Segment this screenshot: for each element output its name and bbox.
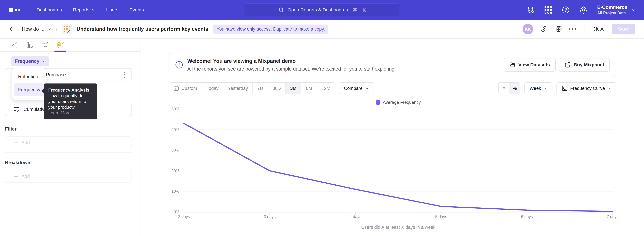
retention-report-icon: [62, 24, 72, 35]
flows-icon: [41, 41, 49, 49]
range-button[interactable]: 12M: [317, 83, 335, 94]
nav-item-events[interactable]: Events: [130, 7, 144, 13]
chart-type-dropdown[interactable]: Frequency Curve: [556, 82, 616, 94]
view-only-badge[interactable]: You have view only access. Duplicate to …: [213, 25, 328, 34]
range-button[interactable]: 7D: [253, 83, 268, 94]
menu-item-retention[interactable]: Retention: [14, 70, 44, 83]
report-header: How do I... / Understand how frequently …: [0, 20, 644, 39]
range-button[interactable]: Custom: [169, 83, 202, 94]
measurement-dropdown[interactable]: Frequency: [11, 56, 49, 66]
x-tick-label: 2 days: [178, 214, 190, 219]
data-management-icon[interactable]: [527, 6, 535, 14]
event-options-icon[interactable]: [124, 72, 125, 78]
help-icon[interactable]: [562, 6, 570, 14]
menu-item-frequency[interactable]: Frequency: [14, 83, 44, 96]
x-tick-label: 7 days: [607, 214, 619, 219]
range-button[interactable]: 30D: [268, 83, 286, 94]
measurement-menu: Retention Frequency: [12, 68, 46, 100]
range-button[interactable]: 3M: [286, 83, 301, 94]
y-tick-label: 20%: [172, 168, 180, 173]
chart-caption: Users did A at least X days in a week: [184, 225, 613, 230]
x-axis-labels: 2 days3 days4 days5 days6 days7 days: [184, 214, 613, 219]
x-tick-label: 6 days: [521, 214, 533, 219]
apps-grid-icon[interactable]: [544, 6, 552, 14]
frequency-line: [184, 123, 613, 211]
nav-item-dashboards[interactable]: Dashboards: [36, 7, 62, 13]
chevron-down-icon: [48, 27, 52, 31]
settings-gear-icon[interactable]: [580, 6, 588, 14]
filter-add-button[interactable]: Add: [5, 136, 132, 149]
interval-dropdown[interactable]: Week: [524, 82, 552, 94]
duplicate-icon[interactable]: [554, 25, 562, 33]
y-tick-label: 30%: [172, 148, 180, 152]
list-check-icon: [13, 106, 20, 113]
chart-toolbar: Custom Today Yesterday 7D 30D 3M 6M 12M …: [168, 82, 616, 94]
value-mode-group: # %: [498, 82, 520, 94]
save-button[interactable]: Save: [612, 24, 635, 35]
banner-title: Welcome! You are viewing a Mixpanel demo: [187, 58, 396, 64]
close-button[interactable]: Close: [592, 26, 604, 32]
top-navbar: Dashboards Reports Users Events Open Rep…: [0, 0, 644, 20]
frequency-curve-chart[interactable]: [184, 109, 613, 212]
buy-mixpanel-button[interactable]: Buy Mixpanel: [559, 58, 610, 72]
frequency-tooltip: Frequency Analysis How frequently do you…: [44, 84, 97, 119]
search-icon: [278, 7, 284, 13]
tab-retention[interactable]: [52, 39, 68, 51]
tab-flows[interactable]: [37, 39, 52, 51]
info-icon: [175, 61, 183, 69]
compare-button[interactable]: Compare: [339, 82, 374, 94]
chevron-down-icon: [365, 87, 369, 90]
plus-icon: [14, 140, 18, 145]
banner-subtitle: All the reports you see are powered by a…: [187, 66, 396, 72]
global-search-input[interactable]: Open Reports & Dashboards ⌘ + K: [245, 4, 399, 16]
query-builder-sidebar: Frequency Purchase Cumulative Frequency …: [0, 39, 141, 236]
breadcrumb[interactable]: How do I...: [22, 26, 52, 32]
page-title: Understand how frequently users perform …: [76, 26, 208, 32]
project-switcher[interactable]: E-Commerce All Project Data: [597, 5, 635, 15]
project-scope: All Project Data: [597, 11, 627, 15]
y-tick-label: 50%: [172, 107, 180, 111]
breakdown-add-button[interactable]: Add: [5, 170, 132, 183]
plus-icon: [14, 174, 18, 179]
avatar[interactable]: KK: [523, 24, 533, 34]
x-tick-label: 5 days: [435, 214, 447, 219]
more-options-icon[interactable]: [569, 28, 576, 30]
x-tick-label: 3 days: [264, 214, 276, 219]
range-button[interactable]: Today: [202, 83, 224, 94]
legend-swatch: [376, 100, 380, 105]
y-axis-labels: 0%10%20%30%40%50%: [156, 109, 180, 212]
plot-area: [184, 109, 613, 212]
nav-item-reports[interactable]: Reports: [73, 7, 95, 13]
demo-banner: Welcome! You are viewing a Mixpanel demo…: [168, 53, 616, 77]
funnels-icon: [26, 41, 33, 49]
tooltip-body: How frequently do your users return to y…: [48, 93, 93, 110]
value-mode-button[interactable]: %: [509, 83, 520, 94]
tab-insights[interactable]: [6, 39, 22, 51]
folder-icon: [509, 62, 515, 68]
breadcrumb-separator: /: [56, 26, 57, 32]
frequency-curve-icon: [562, 85, 568, 91]
chevron-down-icon: [42, 60, 46, 63]
copy-link-icon[interactable]: [540, 25, 548, 33]
chart-legend[interactable]: Average Frequency: [184, 100, 613, 105]
insights-icon: [10, 41, 18, 49]
range-button[interactable]: Yesterday: [224, 83, 253, 94]
chevron-down-icon: [632, 8, 635, 12]
range-button[interactable]: 6M: [301, 83, 317, 94]
mixpanel-logo-icon[interactable]: [9, 8, 20, 12]
primary-nav: Dashboards Reports Users Events: [36, 7, 144, 13]
nav-item-users[interactable]: Users: [106, 7, 118, 13]
search-placeholder: Open Reports & Dashboards: [288, 7, 348, 13]
learn-more-link[interactable]: Learn More: [48, 110, 70, 116]
tab-funnels[interactable]: [22, 39, 37, 51]
value-mode-button[interactable]: #: [498, 83, 509, 94]
y-tick-label: 10%: [172, 189, 180, 194]
external-link-icon: [565, 62, 571, 68]
back-arrow-icon[interactable]: [9, 26, 16, 33]
view-datasets-button[interactable]: View Datasets: [504, 58, 556, 72]
divider: [5, 152, 132, 152]
legend-label: Average Frequency: [383, 100, 421, 105]
chevron-down-icon: [608, 87, 611, 90]
date-range-group: Custom Today Yesterday 7D 30D 3M 6M 12M: [168, 82, 335, 94]
project-name: E-Commerce: [597, 5, 627, 10]
